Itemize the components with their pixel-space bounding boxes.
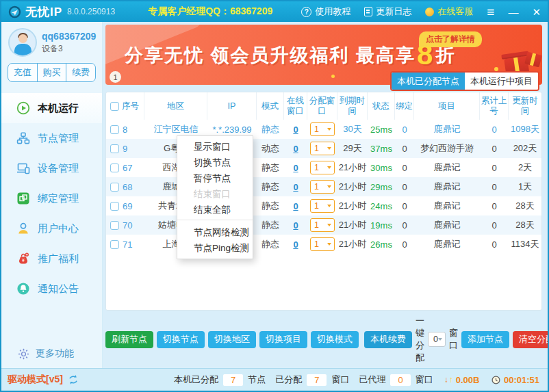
- clear-assign-button[interactable]: 清空分配: [513, 331, 549, 348]
- context-menu-item[interactable]: 暂停节点: [177, 170, 253, 186]
- ping-status-cell: 24ms: [368, 201, 395, 211]
- nav-item-device-management[interactable]: 设备管理: [1, 153, 102, 183]
- refresh-driver-icon[interactable]: [68, 375, 79, 384]
- clock-icon: [491, 376, 500, 384]
- table-row[interactable]: 67 西湖电 静态 0 1 21小时 30ms 0 鹿鼎记 0 2天: [106, 158, 541, 177]
- app-title: 无忧IP: [25, 4, 62, 20]
- row-checkbox[interactable]: [110, 144, 119, 153]
- add-node-button[interactable]: 添加节点: [461, 331, 509, 348]
- online-windows-link[interactable]: 0: [293, 182, 298, 192]
- row-checkbox[interactable]: [110, 240, 119, 249]
- context-menu-item[interactable]: 切换节点: [177, 155, 253, 170]
- table-row[interactable]: 69 共青城电 静态 0 1 21小时 24ms 0 鹿鼎记 0 28天: [106, 196, 541, 215]
- ping-status-cell: 37ms: [368, 144, 395, 154]
- context-menu-item[interactable]: 节点Ping检测: [177, 240, 253, 256]
- row-checkbox[interactable]: [110, 125, 119, 134]
- switch-mode-button[interactable]: 切换模式: [311, 331, 359, 348]
- renew-button[interactable]: 续费: [66, 64, 95, 81]
- online-windows-link[interactable]: 0: [293, 239, 298, 250]
- banner-page-indicator[interactable]: 1: [110, 71, 121, 83]
- bind-cell: 0: [395, 201, 414, 211]
- close-icon[interactable]: ✕: [532, 7, 541, 17]
- switch-project-button[interactable]: 切换项目: [259, 331, 307, 348]
- online-windows-link[interactable]: 0: [293, 144, 298, 154]
- nav-item-node-management[interactable]: 节点管理: [1, 123, 102, 153]
- assign-window-dropdown[interactable]: 1: [310, 161, 335, 174]
- refresh-nodes-button[interactable]: 刷新节点: [105, 331, 153, 348]
- assign-window-dropdown[interactable]: 1: [310, 142, 335, 155]
- hamburger-menu-icon[interactable]: ≡: [487, 5, 494, 18]
- context-menu-item[interactable]: 结束窗口: [177, 186, 253, 202]
- nav-item-promo-rewards[interactable]: ¥ 推广福利: [1, 244, 102, 274]
- expire-cell: 29天: [337, 142, 368, 155]
- switch-region-button[interactable]: 切换地区: [208, 331, 256, 348]
- caret-down-icon: [327, 147, 331, 150]
- online-windows-link[interactable]: 0: [293, 125, 298, 135]
- context-menu-item[interactable]: 显示窗口: [177, 139, 253, 155]
- project-cell: 梦幻西游手游: [414, 142, 480, 155]
- tab-running-projects[interactable]: 本机运行中项目: [465, 73, 538, 90]
- table-row[interactable]: 71 上海市 静态 0 1 21小时 26ms 0 鹿鼎记 0 1134天: [106, 235, 541, 254]
- local-renew-button[interactable]: 本机续费: [364, 331, 412, 348]
- online-windows-link[interactable]: 0: [293, 220, 298, 231]
- assign-window-dropdown[interactable]: 1: [310, 218, 335, 232]
- recharge-button[interactable]: 充值: [8, 64, 37, 81]
- nav-item-binding-management[interactable]: 绑定管理: [1, 183, 102, 213]
- project-cell: 鹿鼎记: [414, 181, 480, 193]
- switch-node-button[interactable]: 切换节点: [157, 331, 205, 348]
- table-row[interactable]: 68 鹿城电 静态 0 1 21小时 29ms 0 鹿鼎记 0 1天: [106, 177, 541, 196]
- nav-item-notices[interactable]: 通知公告: [1, 274, 102, 304]
- select-all-checkbox[interactable]: [110, 102, 119, 111]
- play-icon: [16, 101, 30, 115]
- logins-cell: 0: [480, 163, 509, 173]
- row-number: 70: [123, 220, 132, 231]
- user-card: qq68367209 设备3: [1, 22, 102, 60]
- download-arrow-icon: ↓: [444, 375, 448, 384]
- ping-status-cell: 25ms: [368, 125, 395, 135]
- ping-status-cell: 26ms: [368, 239, 395, 250]
- online-windows-link[interactable]: 0: [293, 201, 298, 211]
- updated-cell: 202天: [509, 142, 541, 155]
- gear-icon: [18, 348, 29, 360]
- row-checkbox[interactable]: [110, 202, 119, 211]
- mode-cell: 静态: [257, 219, 284, 231]
- mode-cell: 动态: [257, 142, 284, 155]
- table-row[interactable]: 70 姑塘电信 静态 0 1 21小时 19ms 0 鹿鼎记 0 28天: [106, 215, 541, 235]
- row-checkbox[interactable]: [110, 164, 119, 172]
- online-support-button[interactable]: 在线客服: [425, 5, 473, 18]
- bind-cell: 0: [395, 239, 414, 250]
- table-row[interactable]: 8 江宁区电信 *.*.239.99 静态 0 1 30天 25ms 0 鹿鼎记…: [106, 120, 541, 139]
- tab-assigned-nodes[interactable]: 本机已分配节点: [392, 73, 465, 90]
- nav-item-user-center[interactable]: 用户中心: [1, 213, 102, 244]
- row-checkbox[interactable]: [110, 221, 119, 230]
- more-features-button[interactable]: 更多功能: [1, 348, 102, 360]
- minimize-icon[interactable]: —: [508, 7, 518, 17]
- uptime-indicator: 00:01:51: [491, 375, 539, 385]
- avatar[interactable]: [8, 28, 37, 57]
- changelog-button[interactable]: 更新日志: [364, 5, 411, 18]
- banner-cta-badge[interactable]: 点击了解详情: [419, 31, 482, 47]
- device-count: 设备3: [42, 43, 96, 55]
- assign-window-dropdown[interactable]: 1: [310, 237, 335, 251]
- assign-window-dropdown[interactable]: 1: [310, 122, 335, 136]
- region-cell: 江宁区电信: [144, 123, 207, 135]
- online-windows-link[interactable]: 0: [293, 163, 298, 173]
- nodes-icon: [16, 131, 30, 145]
- nav-item-local-run[interactable]: 本机运行: [1, 93, 102, 123]
- titlebar: 无忧IP 8.0.0.250913 专属客户经理QQ：68367209 ? 使用…: [1, 1, 548, 22]
- buy-button[interactable]: 购买: [37, 64, 66, 81]
- support-person-icon: [425, 8, 434, 16]
- row-checkbox[interactable]: [110, 183, 119, 192]
- tutorial-button[interactable]: ? 使用教程: [301, 5, 350, 18]
- table-row[interactable]: 9 G粤港 动态 0 1 29天 37ms 0 梦幻西游手游 0 202天: [106, 139, 541, 158]
- assigned-nodes-label: 本机已分配: [174, 374, 218, 386]
- assign-window-dropdown[interactable]: 1: [310, 180, 335, 194]
- table-body: 8 江宁区电信 *.*.239.99 静态 0 1 30天 25ms 0 鹿鼎记…: [106, 120, 541, 310]
- context-menu-item[interactable]: 结束全部: [177, 202, 253, 220]
- context-menu-item[interactable]: 节点网络检测: [177, 224, 253, 240]
- updated-cell: 2天: [509, 161, 541, 174]
- sidebar-nav: 本机运行 节点管理 设备管理 绑定管理 用户中心: [1, 93, 102, 304]
- quick-assign-select[interactable]: 0: [428, 332, 446, 347]
- assign-window-dropdown[interactable]: 1: [310, 199, 335, 213]
- updated-cell: 28天: [509, 200, 541, 212]
